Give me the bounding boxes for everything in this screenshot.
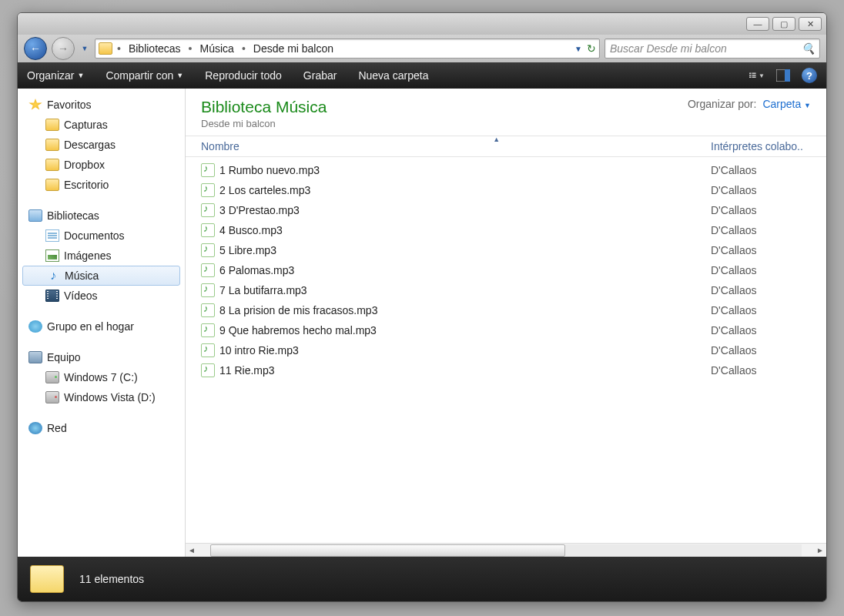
new-folder-button[interactable]: Nueva carpeta <box>358 69 428 82</box>
titlebar: — ▢ ✕ <box>18 13 826 35</box>
search-input[interactable]: Buscar Desde mi balcon 🔍 <box>605 38 820 59</box>
breadcrumb[interactable]: • Bibliotecas • Música • Desde mi balcon… <box>95 38 600 59</box>
column-artists[interactable]: Intérpretes colabo.. <box>711 140 826 152</box>
svg-rect-5 <box>752 77 756 79</box>
sort-indicator-icon: ▲ <box>493 136 500 143</box>
file-row[interactable]: 11 Rie.mp3D'Callaos <box>186 360 826 380</box>
homegroup-icon <box>28 320 42 333</box>
audio-file-icon <box>201 203 215 217</box>
sidebar-item-musica[interactable]: ♪Música <box>22 266 180 286</box>
file-row[interactable]: 7 La butifarra.mp3D'Callaos <box>186 280 826 300</box>
sidebar-item-drive-d[interactable]: Windows Vista (D:) <box>18 387 185 407</box>
sidebar-computer[interactable]: Equipo <box>18 347 185 367</box>
file-row[interactable]: 1 Rumbo nuevo.mp3D'Callaos <box>186 160 826 180</box>
folder-icon <box>45 119 59 131</box>
search-icon: 🔍 <box>802 42 815 55</box>
burn-button[interactable]: Grabar <box>303 69 337 82</box>
main-pane: Biblioteca Música Desde mi balcon Organi… <box>186 89 826 557</box>
refresh-icon[interactable]: ↻ <box>587 42 596 55</box>
scrollbar-thumb[interactable] <box>210 544 565 557</box>
play-all-button[interactable]: Reproducir todo <box>205 69 282 82</box>
sidebar-item-videos[interactable]: Vídeos <box>18 286 185 306</box>
audio-file-icon <box>201 263 215 277</box>
forward-button[interactable]: → <box>52 37 75 60</box>
file-name: 5 Libre.mp3 <box>219 244 711 256</box>
sidebar-item-documentos[interactable]: Documentos <box>18 226 185 246</box>
library-title: Biblioteca Música <box>201 98 327 116</box>
file-list: 1 Rumbo nuevo.mp3D'Callaos2 Los carteles… <box>186 157 826 543</box>
document-icon <box>45 229 59 242</box>
file-row[interactable]: 9 Que habremos hecho mal.mp3D'Callaos <box>186 320 826 340</box>
sidebar-item-escritorio[interactable]: Escritorio <box>18 175 185 195</box>
sidebar-item-descargas[interactable]: Descargas <box>18 135 185 155</box>
file-artist: D'Callaos <box>711 344 826 357</box>
column-name[interactable]: Nombre <box>186 140 711 152</box>
network-icon <box>28 422 42 434</box>
maximize-button[interactable]: ▢ <box>772 17 795 31</box>
file-name: 4 Busco.mp3 <box>219 224 711 236</box>
sidebar-favorites[interactable]: Favoritos <box>18 95 185 115</box>
file-row[interactable]: 5 Libre.mp3D'Callaos <box>186 240 826 260</box>
file-name: 8 La prision de mis fracasos.mp3 <box>219 304 711 316</box>
sidebar-item-dropbox[interactable]: Dropbox <box>18 155 185 175</box>
breadcrumb-item[interactable]: Música <box>197 42 237 55</box>
breadcrumb-sep: • <box>239 42 249 55</box>
svg-rect-7 <box>785 69 790 82</box>
svg-rect-0 <box>749 72 752 74</box>
image-icon <box>45 249 59 262</box>
sidebar-homegroup[interactable]: Grupo en el hogar <box>18 316 185 336</box>
help-button[interactable]: ? <box>802 68 817 83</box>
breadcrumb-sep: • <box>186 42 196 55</box>
video-icon <box>45 290 59 302</box>
horizontal-scrollbar[interactable]: ◄ ► <box>186 543 826 557</box>
breadcrumb-item[interactable]: Desde mi balcon <box>250 42 337 55</box>
drive-icon <box>45 371 59 383</box>
explorer-window: — ▢ ✕ ← → ▼ • Bibliotecas • Música • Des… <box>17 12 827 602</box>
file-row[interactable]: 4 Busco.mp3D'Callaos <box>186 220 826 240</box>
audio-file-icon <box>201 163 215 177</box>
status-count: 11 elementos <box>79 573 144 585</box>
folder-icon <box>45 179 59 191</box>
file-row[interactable]: 10 intro Rie.mp3D'Callaos <box>186 340 826 360</box>
organize-by-dropdown[interactable]: Carpeta ▼ <box>762 98 811 110</box>
sidebar-libraries[interactable]: Bibliotecas <box>18 206 185 226</box>
svg-rect-3 <box>752 72 756 74</box>
minimize-button[interactable]: — <box>746 17 769 31</box>
sidebar-item-capturas[interactable]: Capturas <box>18 115 185 135</box>
nav-history-dropdown[interactable]: ▼ <box>79 43 90 54</box>
breadcrumb-sep: • <box>114 42 124 55</box>
view-options-button[interactable]: ▼ <box>749 69 765 82</box>
file-name: 9 Que habremos hecho mal.mp3 <box>219 324 711 336</box>
file-artist: D'Callaos <box>711 204 826 216</box>
sidebar-item-drive-c[interactable]: Windows 7 (C:) <box>18 367 185 387</box>
toolbar: Organizar ▼ Compartir con ▼ Reproducir t… <box>18 62 826 89</box>
share-button[interactable]: Compartir con ▼ <box>106 69 183 82</box>
file-name: 3 D'Prestao.mp3 <box>219 204 711 216</box>
file-name: 10 intro Rie.mp3 <box>219 344 711 357</box>
drive-icon <box>45 391 59 403</box>
folder-icon <box>30 565 64 593</box>
file-row[interactable]: 6 Palomas.mp3D'Callaos <box>186 260 826 280</box>
scroll-right-icon[interactable]: ► <box>814 546 826 554</box>
file-row[interactable]: 3 D'Prestao.mp3D'Callaos <box>186 200 826 220</box>
preview-pane-button[interactable] <box>775 69 791 82</box>
file-row[interactable]: 2 Los carteles.mp3D'Callaos <box>186 180 826 200</box>
library-icon <box>28 209 42 222</box>
file-artist: D'Callaos <box>711 224 826 236</box>
close-button[interactable]: ✕ <box>799 17 822 31</box>
file-artist: D'Callaos <box>711 184 826 196</box>
audio-file-icon <box>201 303 215 317</box>
column-headers: ▲ Nombre Intérpretes colabo.. <box>186 136 826 157</box>
audio-file-icon <box>201 343 215 357</box>
scroll-left-icon[interactable]: ◄ <box>186 546 198 554</box>
sidebar-network[interactable]: Red <box>18 418 185 438</box>
breadcrumb-dropdown[interactable]: ▼ <box>574 45 582 53</box>
back-button[interactable]: ← <box>24 37 47 60</box>
sidebar-item-imagenes[interactable]: Imágenes <box>18 246 185 266</box>
organize-button[interactable]: Organizar ▼ <box>27 69 84 82</box>
file-artist: D'Callaos <box>711 164 826 176</box>
status-bar: 11 elementos <box>18 557 826 601</box>
breadcrumb-item[interactable]: Bibliotecas <box>126 42 184 55</box>
file-row[interactable]: 8 La prision de mis fracasos.mp3D'Callao… <box>186 300 826 320</box>
file-artist: D'Callaos <box>711 284 826 296</box>
